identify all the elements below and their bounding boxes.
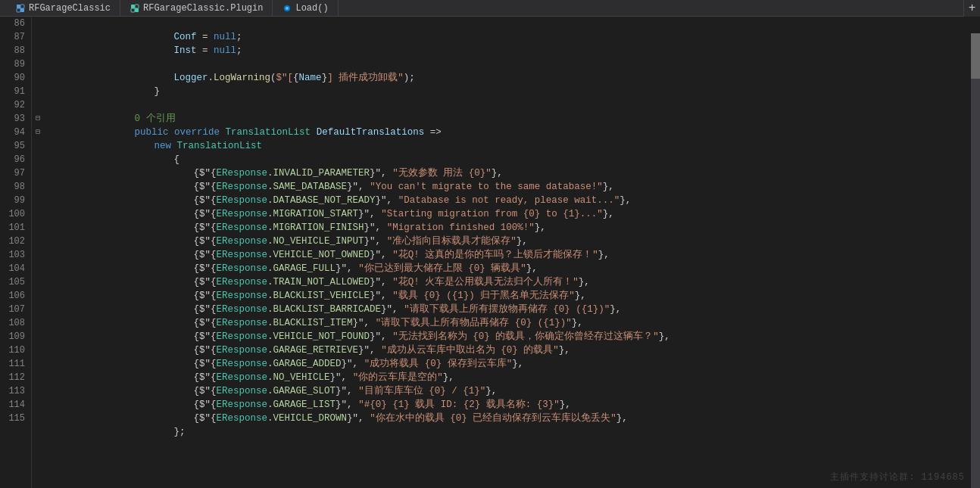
ln-108: 108 [3,316,25,330]
title-bar: RFGarageClassic RFGarageClassic.Plugin L… [0,0,980,17]
collapse-101 [32,221,44,235]
ln-105: 105 [3,275,25,289]
code-line-90: Logger.LogWarning($"[{Name}] 插件成功卸载"); [50,71,980,85]
ln-93: 93 [3,112,25,126]
code-line-95: { [50,153,980,166]
code-line-91: } [50,85,980,98]
ln-89: 89 [3,58,25,71]
collapse-105 [32,275,44,289]
ln-110: 110 [3,343,25,357]
svg-rect-0 [17,5,20,8]
tab-rfgarage-label: RFGarageClassic [29,3,111,14]
code-line-97: {$"{EResponse.SAME_DATABASE}", "You can'… [50,180,980,194]
collapse-104 [32,262,44,275]
tab-rfgarage[interactable]: RFGarageClassic [6,0,120,16]
collapse-113 [32,384,44,398]
code-area: 86 87 88 89 90 91 92 93 94 95 96 97 98 9… [0,17,980,488]
collapse-109 [32,330,44,343]
code-line-104: {$"{EResponse.TRAIN_NOT_ALLOWED}", "花Q! … [50,275,980,289]
line-numbers-column: 86 87 88 89 90 91 92 93 94 95 96 97 98 9… [0,17,32,488]
collapse-99 [32,194,44,207]
collapse-115 [32,412,44,425]
collapse-87 [32,30,44,44]
ln-113: 113 [3,384,25,398]
collapse-96 [32,153,44,166]
collapse-100 [32,207,44,221]
ln-92: 92 [3,98,25,112]
code-line-100: {$"{EResponse.MIGRATION_FINISH}", "Migra… [50,221,980,235]
code-line-87: Conf = null; [50,30,980,44]
ln-94: 94 [3,126,25,139]
collapse-89 [32,58,44,71]
tab-load[interactable]: Load() [273,0,338,16]
code-line-114: {$"{EResponse.VEHICLE_DROWN}", "你在水中的载具 … [50,412,980,425]
collapse-88 [32,44,44,58]
code-line-93-ref: 0 个引用 [50,112,980,126]
code-line-113: {$"{EResponse.GARAGE_LIST}", "#{0} {1} 载… [50,398,980,412]
code-line-111: {$"{EResponse.NO_VEHICLE}", "你的云车库是空的"}, [50,371,980,384]
ln-107: 107 [3,303,25,316]
svg-rect-5 [135,8,139,12]
collapse-114 [32,398,44,412]
tab-load-label: Load() [295,3,328,14]
code-line-94: new TranslationList [50,139,980,153]
code-line-112: {$"{EResponse.GARAGE_SLOT}", "目前车库车位 {0}… [50,384,980,398]
code-line-106: {$"{EResponse.BLACKLIST_BARRICADE}", "请取… [50,303,980,316]
ln-109: 109 [3,330,25,343]
ln-90: 90 [3,71,25,85]
collapse-111 [32,357,44,371]
collapse-112 [32,371,44,384]
collapse-108 [32,316,44,330]
ln-97: 97 [3,166,25,180]
ln-100: 100 [3,207,25,221]
code-line-101: {$"{EResponse.NO_VEHICLE_INPUT}", "准心指向目… [50,235,980,248]
ln-91: 91 [3,85,25,98]
svg-rect-2 [17,8,20,12]
collapse-106 [32,289,44,303]
ln-115: 115 [3,412,25,425]
collapse-86 [32,17,44,30]
ln-103: 103 [3,248,25,262]
tab-plugin[interactable]: RFGarageClassic.Plugin [120,0,273,16]
ln-87: 87 [3,30,25,44]
svg-point-9 [286,7,289,10]
add-tab-button[interactable]: + [963,0,980,17]
ln-104: 104 [3,262,25,275]
code-line-92 [50,98,980,112]
collapse-94[interactable]: ⊟ [32,126,44,139]
scrollbar[interactable] [971,33,980,488]
collapse-95 [32,139,44,153]
svg-rect-7 [135,5,139,8]
ln-99: 99 [3,194,25,207]
ln-88: 88 [3,44,25,58]
code-line-96: {$"{EResponse.INVALID_PARAMETER}", "无效参数… [50,166,980,180]
code-content: Conf = null; Inst = null; Logger.LogWarn… [44,17,980,488]
collapse-93[interactable]: ⊟ [32,112,44,126]
ln-101: 101 [3,221,25,235]
ln-98: 98 [3,180,25,194]
code-line-105: {$"{EResponse.BLACKLIST_VEHICLE}", "载具 {… [50,289,980,303]
collapse-90 [32,71,44,85]
ln-111: 111 [3,357,25,371]
ln-114: 114 [3,398,25,412]
svg-rect-1 [20,8,24,12]
ln-86: 86 [3,17,25,30]
code-line-102: {$"{EResponse.VEHICLE_NOT_OWNED}", "花Q! … [50,248,980,262]
scrollbar-thumb[interactable] [971,33,980,79]
ln-106: 106 [3,289,25,303]
tab-plugin-label: RFGarageClassic.Plugin [143,3,263,14]
puzzle-green-icon [130,3,140,14]
code-line-86 [50,17,980,30]
puzzle-icon [15,3,26,14]
code-line-115: }; [50,425,980,439]
code-line-89 [50,58,980,71]
code-line-93: public override TranslationList DefaultT… [50,126,980,139]
dot-blue-icon [282,3,292,14]
code-line-108: {$"{EResponse.VEHICLE_NOT_FOUND}", "无法找到… [50,330,980,343]
svg-rect-3 [20,5,24,8]
collapse-91 [32,85,44,98]
code-line-107: {$"{EResponse.BLACKLIST_ITEM}", "请取下载具上所… [50,316,980,330]
ln-102: 102 [3,235,25,248]
code-line-110: {$"{EResponse.GARAGE_ADDED}", "成功将载具 {0}… [50,357,980,371]
collapse-gutter: ⊟ ⊟ [32,17,44,488]
